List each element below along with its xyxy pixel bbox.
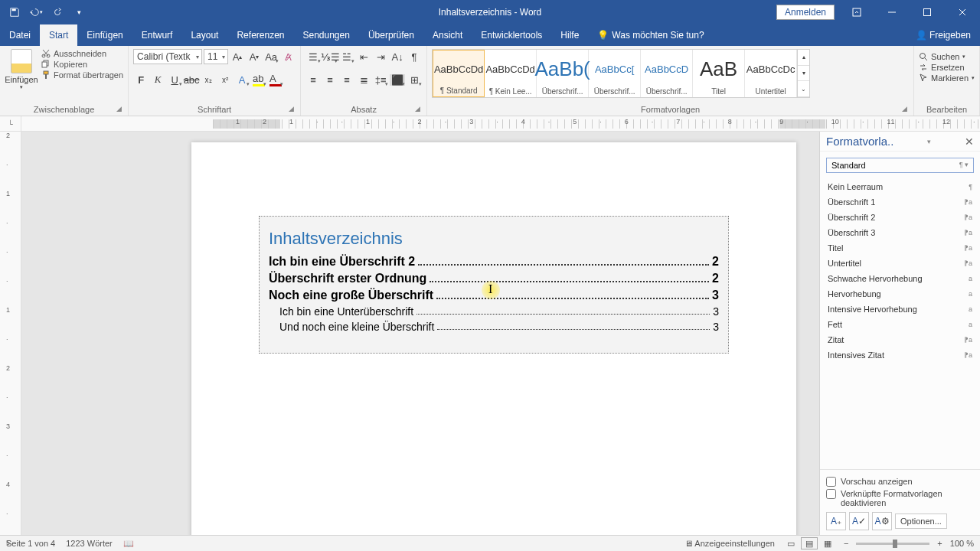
- multilevel-button[interactable]: ☱▾: [339, 49, 354, 64]
- style-pane-item[interactable]: Überschrift 2⁋a: [820, 210, 980, 225]
- superscript-button[interactable]: x²: [217, 72, 233, 87]
- select-button[interactable]: Markieren ▾: [919, 73, 975, 83]
- align-left-button[interactable]: ≡: [305, 72, 321, 87]
- toc-entry-l1[interactable]: Noch eine große Überschrift3: [269, 289, 719, 302]
- tab-layout[interactable]: Layout: [181, 24, 227, 46]
- tab-referenzen[interactable]: Referenzen: [227, 24, 293, 46]
- ruler-vertical[interactable]: 2·1···1·2·3·4·5·6·7·8·9·10: [0, 132, 21, 535]
- font-launcher-icon[interactable]: ◢: [289, 105, 294, 112]
- style-pane-item[interactable]: Überschrift 3⁋a: [820, 225, 980, 240]
- style-gallery-item[interactable]: AaBbCcDÜberschrif...: [641, 50, 693, 97]
- share-button[interactable]: 👤 Freigeben: [916, 30, 971, 41]
- redo-icon[interactable]: [47, 2, 67, 22]
- style-pane-item[interactable]: Kein Leerraum¶: [820, 179, 980, 194]
- proofing-icon[interactable]: 📖: [123, 539, 134, 549]
- gallery-down-icon[interactable]: ▾: [798, 66, 809, 82]
- clear-format-button[interactable]: A̷: [280, 49, 296, 64]
- zoom-level[interactable]: 100 %: [950, 539, 974, 548]
- style-gallery-item[interactable]: AaBbCcDd¶ Kein Lee...: [485, 50, 537, 97]
- align-right-button[interactable]: ≡: [339, 72, 354, 87]
- style-gallery-item[interactable]: AaBb(Überschrif...: [537, 50, 589, 97]
- style-pane-item[interactable]: Überschrift 1⁋a: [820, 194, 980, 210]
- qat-customize-icon[interactable]: ▾: [69, 2, 89, 22]
- style-pane-item[interactable]: Schwache Hervorhebunga: [820, 271, 980, 286]
- tab-hilfe[interactable]: Hilfe: [551, 24, 588, 46]
- style-pane-item[interactable]: Untertitel⁋a: [820, 256, 980, 271]
- tab-ansicht[interactable]: Ansicht: [423, 24, 472, 46]
- styles-launcher-icon[interactable]: ◢: [902, 105, 907, 112]
- gallery-up-icon[interactable]: ▴: [798, 50, 809, 66]
- tab-entwicklertools[interactable]: Entwicklertools: [472, 24, 551, 46]
- subscript-button[interactable]: x₂: [201, 72, 216, 87]
- shrink-font-button[interactable]: A▾: [247, 49, 262, 64]
- find-button[interactable]: Suchen ▾: [919, 52, 975, 61]
- paste-button[interactable]: Einfügen▾: [5, 49, 38, 90]
- style-inspector-button[interactable]: A✓: [849, 512, 869, 530]
- copy-button[interactable]: Kopieren: [41, 60, 123, 69]
- save-icon[interactable]: [5, 2, 24, 22]
- document-area[interactable]: Inhaltsverzeichnis Ich bin eine Überschr…: [21, 132, 819, 535]
- zoom-out-button[interactable]: −: [844, 539, 848, 548]
- tell-me[interactable]: 💡 Was möchten Sie tun?: [588, 24, 713, 46]
- numbering-button[interactable]: ⅓☰▾: [322, 49, 338, 64]
- font-size-combo[interactable]: 11: [204, 49, 228, 64]
- change-case-button[interactable]: Aa▾: [263, 49, 279, 64]
- style-gallery-item[interactable]: AaBbCc[Überschrif...: [589, 50, 641, 97]
- undo-icon[interactable]: ▾: [26, 2, 46, 22]
- zoom-slider[interactable]: [856, 543, 929, 545]
- shading-button[interactable]: ⬛▾: [390, 72, 405, 87]
- underline-button[interactable]: U▾: [167, 72, 182, 87]
- toc-entry-l2[interactable]: Und noch eine kleine Überschrift3: [279, 321, 719, 333]
- read-mode-button[interactable]: ▭: [782, 537, 799, 549]
- cut-button[interactable]: Ausschneiden: [41, 49, 123, 58]
- style-pane-item[interactable]: Zitat⁋a: [820, 332, 980, 347]
- style-options-button[interactable]: Optionen...: [895, 514, 947, 529]
- highlight-button[interactable]: ab▾: [251, 72, 266, 87]
- para-launcher-icon[interactable]: ◢: [415, 105, 420, 112]
- bullets-button[interactable]: ☰▾: [305, 49, 321, 64]
- indent-button[interactable]: ⇥: [373, 49, 388, 64]
- style-pane-item[interactable]: Hervorhebunga: [820, 286, 980, 302]
- style-gallery-item[interactable]: AaBbCcDd¶ Standard: [433, 50, 485, 97]
- style-pane-item[interactable]: Intensives Zitat⁋a: [820, 347, 980, 363]
- gallery-more-icon[interactable]: ⌄: [798, 81, 809, 97]
- style-gallery-item[interactable]: AaBbCcDcUntertitel: [745, 50, 797, 97]
- tab-ueberpruefen[interactable]: Überprüfen: [359, 24, 423, 46]
- text-effects-button[interactable]: A▾: [234, 72, 250, 87]
- tab-datei[interactable]: Datei: [0, 24, 40, 46]
- tab-selector[interactable]: └: [0, 116, 21, 131]
- clipboard-launcher-icon[interactable]: ◢: [116, 105, 122, 112]
- display-settings[interactable]: 🖥 Anzeigeeinstellungen: [684, 539, 775, 548]
- new-style-button[interactable]: A₊: [826, 512, 846, 530]
- maximize-icon[interactable]: [910, 0, 945, 24]
- pane-close-icon[interactable]: ✕: [965, 135, 974, 148]
- grow-font-button[interactable]: A▴: [230, 49, 245, 64]
- preview-checkbox[interactable]: Vorschau anzeigen: [826, 477, 974, 487]
- minimize-icon[interactable]: [874, 0, 910, 24]
- ruler-horizontal[interactable]: └ 121··1·2·3·4·5·6·7·8·9·10·11·12·13·14·…: [0, 116, 980, 132]
- zoom-in-button[interactable]: +: [937, 539, 942, 548]
- bold-button[interactable]: F: [133, 72, 149, 87]
- italic-button[interactable]: K: [150, 72, 165, 87]
- current-style[interactable]: Standard¶ ▾: [826, 158, 974, 173]
- align-center-button[interactable]: ≡: [322, 72, 338, 87]
- font-name-combo[interactable]: Calibri (Textk: [133, 49, 202, 64]
- toc-entry-l1[interactable]: Überschrift erster Ordnung2: [269, 272, 719, 285]
- font-color-button[interactable]: A▾: [268, 72, 283, 87]
- justify-button[interactable]: ≣: [356, 72, 371, 87]
- toc-field[interactable]: Inhaltsverzeichnis Ich bin eine Überschr…: [259, 216, 729, 354]
- outdent-button[interactable]: ⇤: [356, 49, 371, 64]
- borders-button[interactable]: ⊞▾: [407, 72, 422, 87]
- manage-styles-button[interactable]: A⚙: [872, 512, 892, 530]
- replace-button[interactable]: Ersetzen: [919, 63, 975, 72]
- web-layout-button[interactable]: ▦: [819, 537, 836, 549]
- tab-start[interactable]: Start: [40, 24, 77, 46]
- tab-sendungen[interactable]: Sendungen: [294, 24, 359, 46]
- word-count[interactable]: 1223 Wörter: [66, 539, 113, 548]
- style-gallery-item[interactable]: AaBTitel: [693, 50, 745, 97]
- pilcrow-button[interactable]: ¶: [407, 49, 422, 64]
- print-layout-button[interactable]: ▤: [801, 537, 818, 549]
- style-pane-item[interactable]: Titel⁋a: [820, 240, 980, 256]
- line-spacing-button[interactable]: ‡≡▾: [373, 72, 388, 87]
- strike-button[interactable]: abc: [184, 72, 199, 87]
